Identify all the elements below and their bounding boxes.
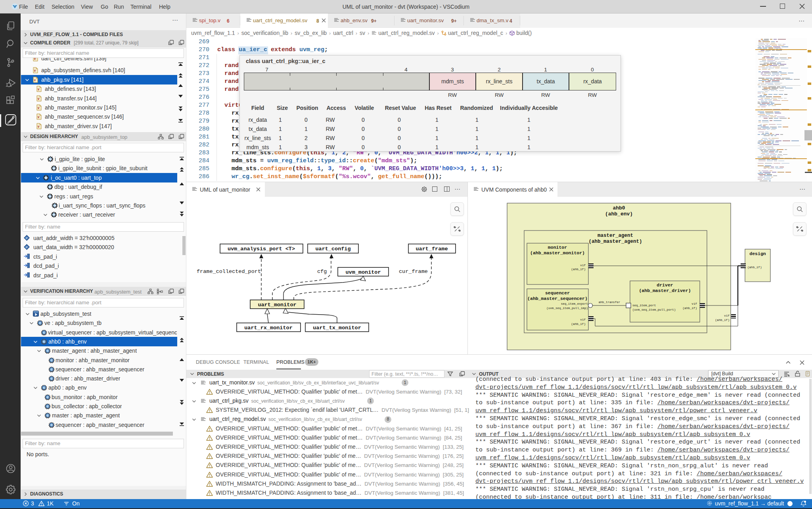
svg-text:M: M: [45, 176, 47, 180]
svg-text:monitor: monitor: [548, 245, 567, 250]
svg-text:uart_tx_monitor: uart_tx_monitor: [313, 325, 361, 331]
svg-text:C: C: [43, 331, 45, 334]
svg-text:vif: vif: [580, 318, 586, 321]
svg-text:(uvm_seq_item_pull_port): (uvm_seq_item_pull_port): [632, 308, 676, 311]
svg-text:(ahb_master_agent): (ahb_master_agent): [588, 239, 642, 244]
svg-text:cur_frame: cur_frame: [399, 269, 428, 275]
svg-text:M: M: [53, 167, 55, 170]
svg-text:P: P: [26, 246, 28, 249]
svg-text:C: C: [46, 405, 49, 408]
svg-text:seq_item_export: seq_item_export: [561, 302, 588, 305]
svg-text:driver: driver: [657, 282, 673, 288]
svg-text:C: C: [46, 414, 49, 417]
svg-text:frame_collected_port: frame_collected_port: [197, 269, 261, 275]
svg-text:(ahb_master_sequencer): (ahb_master_sequencer): [527, 296, 588, 301]
svg-text:(ahb_if): (ahb_if): [747, 266, 762, 269]
svg-text:C: C: [43, 386, 45, 390]
svg-text:P: P: [26, 236, 28, 240]
svg-text:v: v: [38, 87, 40, 91]
svg-text:M: M: [49, 158, 52, 161]
svg-text:uart_rx_monitor: uart_rx_monitor: [244, 325, 293, 331]
svg-text:C: C: [46, 349, 49, 353]
svg-text:v: v: [38, 124, 40, 129]
svg-text:C: C: [46, 396, 49, 399]
svg-text:(ahb_master_monitor): (ahb_master_monitor): [530, 250, 585, 255]
svg-text:uart_monitor: uart_monitor: [258, 302, 296, 308]
svg-text:v: v: [34, 68, 36, 73]
svg-text:uart_frame: uart_frame: [416, 246, 448, 252]
svg-text:C: C: [39, 321, 41, 325]
svg-text:design: design: [749, 251, 766, 256]
svg-text:C: C: [43, 340, 45, 344]
svg-text:(ahb_if): (ahb_if): [571, 268, 586, 271]
svg-text:vif: vif: [580, 264, 586, 267]
svg-text:vif: vif: [724, 314, 730, 317]
svg-text:M: M: [53, 213, 55, 217]
svg-text:C: C: [50, 359, 53, 362]
svg-text:uart_config: uart_config: [315, 246, 350, 252]
svg-text:cfg: cfg: [317, 269, 327, 275]
svg-text:sequencer: sequencer: [545, 290, 570, 296]
svg-text:(ahb_if): (ahb_if): [683, 307, 697, 310]
svg-text:(ahb_if): (ahb_if): [715, 319, 730, 322]
svg-text:C: C: [50, 377, 53, 380]
svg-text:(uvm_seq_item_pull_imp): (uvm_seq_item_pull_imp): [546, 307, 588, 310]
svg-text:uvm_monitor: uvm_monitor: [345, 269, 381, 275]
svg-text:v: v: [34, 78, 36, 82]
svg-text:(ahb_env): (ahb_env): [605, 211, 633, 217]
svg-text:M: M: [49, 185, 51, 189]
svg-text:master_agent: master_agent: [598, 233, 633, 238]
svg-text:v: v: [38, 115, 40, 119]
svg-text:v: v: [38, 106, 40, 110]
svg-text:seq_item_port: seq_item_port: [632, 304, 656, 307]
svg-text:(ahb_if): (ahb_if): [571, 323, 586, 326]
svg-text:M: M: [54, 204, 56, 207]
svg-text:M: M: [49, 195, 51, 198]
svg-text:ahb0: ahb0: [613, 205, 625, 211]
svg-text:C: C: [50, 368, 53, 371]
svg-text:uvm_analysis_port <T>: uvm_analysis_port <T>: [228, 246, 295, 252]
svg-text:vif: vif: [691, 302, 697, 305]
svg-text:v: v: [38, 96, 40, 101]
svg-text:C: C: [50, 423, 53, 427]
svg-text:(ahb_master_driver): (ahb_master_driver): [639, 288, 691, 293]
svg-text:ahb_transfer: ahb_transfer: [599, 301, 620, 304]
